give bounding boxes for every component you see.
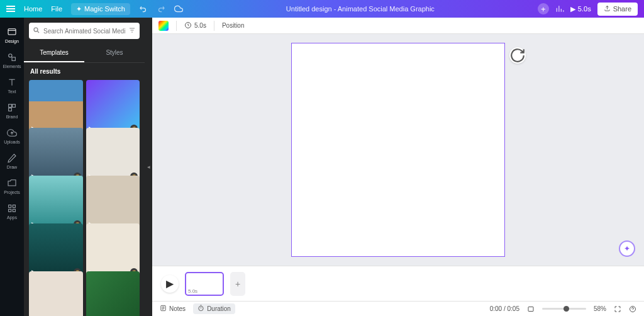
duration-btn-label: Duration [207,305,231,312]
page-color-picker[interactable] [158,21,169,31]
template-item[interactable]: ▶♛ [86,80,140,134]
canvas-stage: ✦ [152,34,644,266]
rail-label: Apps [7,215,17,220]
template-item[interactable]: ▶ [29,80,83,134]
text-icon [7,77,17,87]
duration-value: 5.0s [194,22,206,29]
position-button[interactable]: Position [222,22,245,29]
magic-switch-button[interactable]: ✦ Magic Switch [71,3,130,15]
svg-rect-4 [13,104,16,108]
rail-label: Projects [4,190,19,195]
template-item[interactable]: ▶♛ [29,128,83,182]
elements-icon [7,52,17,62]
rail-label: Elements [3,64,21,69]
side-panel: Templates Styles All results ▶ ▶♛ ▶♛ ▶♛ … [24,18,145,316]
filter-icon[interactable] [128,25,136,37]
search-input[interactable] [43,28,125,35]
ai-assistant-button[interactable]: ✦ [619,240,635,257]
undo-icon[interactable] [139,4,148,13]
rail-label: Design [5,39,19,43]
rail-design[interactable]: Design [0,23,24,48]
magic-switch-label: Magic Switch [84,5,125,13]
apps-icon [7,203,17,213]
template-item[interactable]: ▶♛ [29,223,83,278]
bottom-bar: Notes Duration 0:00 / 0:05 58% [152,301,644,316]
timeline-page-thumb[interactable]: 5.0s [185,272,224,296]
template-item[interactable]: ▶ [29,271,83,316]
add-button[interactable]: + [538,3,549,14]
separator [214,21,214,31]
regenerate-button[interactable] [509,47,526,64]
playback-time: 0:00 / 0:05 [490,305,519,312]
upload-icon [604,5,611,13]
timeline: ▶ 5.0s + [152,266,644,301]
tab-styles[interactable]: Styles [84,44,145,62]
duration-label: 5.0s [578,5,591,13]
file-menu[interactable]: File [51,5,62,13]
svg-rect-7 [13,205,15,208]
notes-icon [160,305,167,313]
home-link[interactable]: Home [24,5,42,13]
rail-draw[interactable]: Draw [0,149,24,174]
canvas-toolbar: 5.0s Position [152,18,644,34]
template-item[interactable]: ▶♛ [86,223,140,278]
design-icon [7,27,17,37]
draw-icon [7,153,17,163]
svg-rect-5 [9,108,12,111]
rail-label: Uploads [4,140,20,144]
help-button[interactable] [629,305,636,313]
brand-icon [7,103,17,113]
separator [176,21,177,31]
pages-view-button[interactable] [527,305,535,313]
add-page-button[interactable]: + [230,272,245,296]
template-item[interactable]: ▶♛ [29,176,83,230]
template-item[interactable]: ▶♛ [86,128,140,182]
rail-uploads[interactable]: Uploads [0,123,24,149]
document-title[interactable]: Untitled design - Animated Social Media … [183,5,538,13]
svg-rect-6 [9,205,11,208]
search-icon [33,25,40,37]
rail-elements[interactable]: Elements [0,48,24,73]
results-header: All results [24,63,145,80]
uploads-icon [7,128,17,138]
template-item[interactable]: ▶ [86,176,140,230]
rail-brand[interactable]: Brand [0,98,24,123]
panel-collapse-handle[interactable]: ◂ [145,18,152,316]
timer-icon [197,305,204,313]
hamburger-menu[interactable] [6,6,15,12]
share-label: Share [613,5,631,13]
zoom-slider[interactable] [542,308,586,310]
play-icon: ▶ [570,5,575,13]
side-rail: Design Elements Text Brand Uploads Draw … [0,18,24,316]
notes-label: Notes [169,305,186,312]
page-duration-control[interactable]: 5.0s [184,21,206,30]
fullscreen-button[interactable] [614,305,621,313]
sparkle-icon: ✦ [76,5,82,13]
tab-templates[interactable]: Templates [24,44,84,62]
canvas-page[interactable] [291,43,505,257]
rail-label: Draw [7,165,17,169]
rail-label: Brand [6,115,18,119]
rail-label: Text [8,89,16,94]
svg-rect-3 [9,104,12,108]
notes-button[interactable]: Notes [160,305,186,313]
template-search[interactable] [29,23,140,39]
analytics-icon[interactable] [555,4,564,13]
rail-apps[interactable]: Apps [0,199,24,224]
timeline-play-button[interactable]: ▶ [161,275,179,293]
rail-projects[interactable]: Projects [0,174,24,199]
redo-icon[interactable] [157,4,165,13]
svg-rect-14 [528,307,533,311]
duration-button[interactable]: Duration [193,303,235,314]
svg-rect-8 [9,209,11,212]
svg-point-1 [9,54,12,57]
thumb-duration: 5.0s [188,288,197,294]
play-preview-button[interactable]: ▶ 5.0s [570,5,591,13]
clock-icon [184,21,192,30]
zoom-percentage[interactable]: 58% [594,305,606,312]
cloud-sync-icon[interactable] [174,4,183,13]
share-button[interactable]: Share [597,3,638,16]
rail-text[interactable]: Text [0,73,24,98]
templates-grid: ▶ ▶♛ ▶♛ ▶♛ ▶♛ ▶ ▶♛ ▶♛ ▶ ▶ [24,80,145,316]
template-item[interactable]: ▶ [86,271,140,316]
